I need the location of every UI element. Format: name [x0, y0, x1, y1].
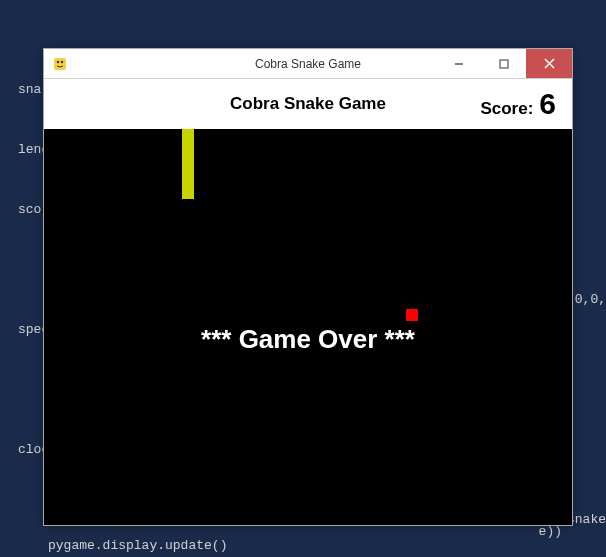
game-header: Cobra Snake Game Score: 6	[44, 79, 572, 129]
window-controls	[436, 49, 572, 78]
svg-rect-4	[500, 60, 508, 68]
score-value: 6	[539, 87, 556, 121]
app-icon	[52, 56, 68, 72]
food-square	[406, 309, 418, 321]
svg-point-1	[57, 60, 59, 62]
game-window: Cobra Snake Game Cobra Snake Game Score:…	[43, 48, 573, 526]
minimize-button[interactable]	[436, 49, 481, 78]
snake-body	[182, 129, 194, 199]
score-label: Score:	[480, 99, 533, 119]
close-icon	[544, 58, 555, 69]
score-display: Score: 6	[480, 87, 556, 121]
game-over-text: *** Game Over ***	[44, 324, 572, 355]
code-line: pygame.display.update()	[48, 536, 227, 556]
window-titlebar[interactable]: Cobra Snake Game	[44, 49, 572, 79]
svg-point-2	[61, 60, 63, 62]
svg-rect-0	[54, 58, 66, 70]
maximize-icon	[499, 59, 509, 69]
minimize-icon	[454, 59, 464, 69]
close-button[interactable]	[526, 49, 572, 78]
game-playfield[interactable]: *** Game Over ***	[44, 129, 572, 525]
maximize-button[interactable]	[481, 49, 526, 78]
